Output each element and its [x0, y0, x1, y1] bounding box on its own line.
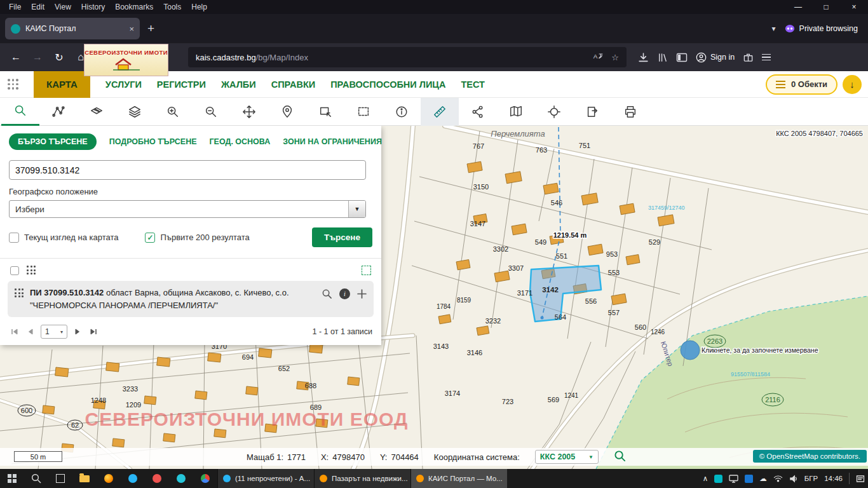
- mail-app-icon[interactable]: [145, 469, 169, 488]
- taskbar-window-kais[interactable]: КАИС Портал — Mo...: [410, 469, 507, 488]
- menu-tools[interactable]: Tools: [158, 3, 186, 11]
- measure-icon[interactable]: [421, 98, 459, 126]
- nav-zhalbi[interactable]: ЖАЛБИ: [221, 79, 256, 90]
- tab-quick-search[interactable]: БЪРЗО ТЪРСЕНЕ: [9, 133, 97, 150]
- clock[interactable]: 14:46: [824, 475, 843, 482]
- list-tabs-icon[interactable]: ▾: [772, 24, 776, 33]
- reload-icon[interactable]: ↻: [50, 48, 69, 67]
- zoom-to-result-icon[interactable]: [322, 288, 332, 299]
- back-icon[interactable]: ←: [6, 48, 25, 67]
- taskbar-search-icon[interactable]: [24, 469, 48, 488]
- osm-attribution[interactable]: © OpenStreetMap contributors.: [753, 450, 867, 463]
- tab-kais-portal[interactable]: КАИС Портал ×: [5, 18, 140, 39]
- last-page-icon[interactable]: [88, 326, 99, 337]
- first200-checkbox[interactable]: ✓: [145, 233, 155, 243]
- map-sheet-icon[interactable]: [497, 98, 535, 126]
- tab-close-icon[interactable]: ×: [129, 24, 134, 34]
- forward-icon[interactable]: →: [28, 48, 47, 67]
- library-icon[interactable]: [657, 52, 668, 63]
- menu-bookmarks[interactable]: Bookmarks: [110, 3, 158, 11]
- objects-badge[interactable]: 0 Обекти: [766, 74, 837, 95]
- taskbar-window-thunderbird[interactable]: (11 непрочетени) - A...: [217, 469, 314, 488]
- extent-rect-icon[interactable]: [344, 98, 383, 126]
- export-icon[interactable]: [573, 98, 611, 126]
- tab-restriction-zones[interactable]: ЗОНИ НА ОГРАНИЧЕНИЯ: [283, 137, 382, 146]
- onedrive-cloud-icon[interactable]: ☁: [759, 474, 767, 483]
- firefox-icon[interactable]: [97, 469, 121, 488]
- expand-results-icon[interactable]: [362, 266, 371, 275]
- pan-icon[interactable]: [230, 98, 268, 126]
- layers-icon[interactable]: [116, 98, 154, 126]
- select-dropdown-icon[interactable]: ▼: [348, 201, 365, 217]
- menu-edit[interactable]: Edit: [26, 3, 50, 11]
- menu-view[interactable]: View: [50, 3, 76, 11]
- next-page-icon[interactable]: [72, 326, 83, 337]
- tab-detailed-search[interactable]: ПОДРОБНО ТЪРСЕНЕ: [109, 137, 197, 146]
- new-tab-button[interactable]: +: [140, 22, 162, 36]
- language-indicator[interactable]: БГР: [804, 475, 818, 482]
- bookmark-star-icon[interactable]: ☆: [611, 53, 619, 62]
- maximize-button[interactable]: □: [812, 0, 840, 14]
- translate-icon[interactable]: A: [592, 51, 604, 63]
- start-button[interactable]: [0, 469, 24, 488]
- first-page-icon[interactable]: [9, 326, 20, 337]
- app-tray-icon[interactable]: [745, 475, 753, 483]
- share-nodes-icon[interactable]: [459, 98, 497, 126]
- sidebar-icon[interactable]: [676, 52, 688, 63]
- nav-spravki[interactable]: СПРАВКИ: [271, 79, 316, 90]
- nav-pravosposobni[interactable]: ПРАВОСПОСОБНИ ЛИЦА: [330, 79, 445, 90]
- tab-geodetic-base[interactable]: ГЕОД. ОСНОВА: [210, 137, 271, 146]
- nav-test[interactable]: ТЕСТ: [461, 79, 485, 90]
- url-bar[interactable]: kais.cadastre.bg/bg/Map/Index A ☆: [188, 47, 627, 67]
- search-button[interactable]: Търсене: [312, 227, 372, 247]
- search-input[interactable]: [9, 160, 366, 180]
- close-button[interactable]: ×: [840, 0, 868, 14]
- result-info-icon[interactable]: i: [339, 288, 350, 299]
- search-tool-icon[interactable]: [1, 98, 39, 126]
- app-menu-icon[interactable]: [762, 54, 771, 61]
- minimize-button[interactable]: —: [784, 0, 812, 14]
- draw-plan-icon[interactable]: [39, 98, 78, 126]
- menu-file[interactable]: File: [4, 3, 26, 11]
- select-all-checkbox[interactable]: [10, 266, 19, 275]
- file-explorer-icon[interactable]: [72, 469, 97, 488]
- sign-in-button[interactable]: Sign in: [696, 52, 735, 63]
- print-icon[interactable]: [611, 98, 649, 126]
- locate-pin-icon[interactable]: [268, 98, 306, 126]
- info-icon[interactable]: [383, 98, 421, 126]
- apps-grid-icon[interactable]: [8, 79, 18, 90]
- zoom-out-icon[interactable]: [192, 98, 230, 126]
- thunderbird-icon[interactable]: [121, 469, 145, 488]
- teams-tray-icon[interactable]: [714, 475, 722, 483]
- scale-label: Мащаб 1:: [247, 452, 283, 462]
- prev-page-icon[interactable]: [25, 326, 36, 337]
- nav-uslugi[interactable]: УСЛУГИ: [105, 79, 142, 90]
- edge-icon[interactable]: [169, 469, 193, 488]
- result-item[interactable]: ПИ 37099.510.3142 област Варна, община А…: [8, 281, 374, 317]
- monitor-tray-icon[interactable]: [729, 475, 738, 483]
- current-view-checkbox[interactable]: [9, 233, 19, 243]
- speaker-icon[interactable]: [789, 475, 798, 483]
- downloads-icon[interactable]: [638, 52, 649, 63]
- select-rect-icon[interactable]: [306, 98, 344, 126]
- crs-select[interactable]: ККС 2005 ▼: [535, 450, 599, 464]
- taskbar-window-firefox-2[interactable]: Пазарът на недвижи...: [314, 469, 410, 488]
- nav-registri[interactable]: РЕГИСТРИ: [157, 79, 206, 90]
- base-layer-icon[interactable]: [78, 98, 116, 126]
- page-select[interactable]: 1 ▾: [41, 325, 67, 339]
- menu-history[interactable]: History: [76, 3, 110, 11]
- nav-karta[interactable]: КАРТА: [34, 71, 90, 98]
- menu-help[interactable]: Help: [186, 3, 212, 11]
- geo-position-select[interactable]: Избери ▼: [9, 200, 366, 218]
- zoom-in-icon[interactable]: [154, 98, 192, 126]
- action-center-icon[interactable]: [856, 475, 865, 483]
- network-icon[interactable]: [773, 475, 783, 482]
- objects-download-button[interactable]: ↓: [843, 75, 862, 94]
- tray-chevron-icon[interactable]: ∧: [703, 474, 708, 483]
- task-view-icon[interactable]: [48, 469, 72, 488]
- extensions-icon[interactable]: [743, 52, 754, 63]
- footer-zoom-icon[interactable]: [614, 450, 626, 464]
- crosshair-icon[interactable]: [535, 98, 573, 126]
- chrome-icon[interactable]: [193, 469, 217, 488]
- add-result-icon[interactable]: [357, 289, 367, 299]
